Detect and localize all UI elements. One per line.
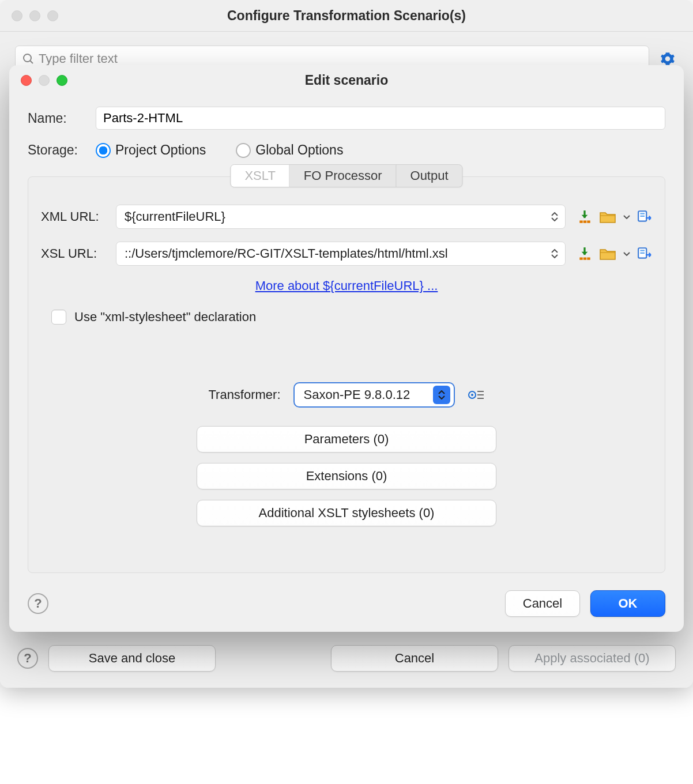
parameters-button[interactable]: Parameters (0)	[197, 426, 496, 453]
save-and-close-button[interactable]: Save and close	[48, 645, 216, 672]
advanced-options-icon[interactable]	[468, 389, 485, 401]
tab-output[interactable]: Output	[397, 165, 462, 187]
apply-associated-button[interactable]: Apply associated (0)	[509, 645, 676, 672]
radio-unselected-icon	[236, 143, 251, 158]
storage-project-radio[interactable]: Project Options	[96, 142, 206, 158]
use-xml-stylesheet-checkbox[interactable]	[51, 310, 66, 325]
xsl-url-label: XSL URL:	[41, 246, 104, 261]
outer-titlebar: Configure Transformation Scenario(s)	[0, 0, 693, 32]
extensions-button[interactable]: Extensions (0)	[197, 463, 496, 489]
outer-cancel-button[interactable]: Cancel	[331, 645, 498, 672]
transformer-select[interactable]: Saxon-PE 9.8.0.12	[293, 382, 455, 408]
use-xml-stylesheet-label: Use "xml-stylesheet" declaration	[74, 310, 256, 325]
transformer-label: Transformer:	[208, 387, 280, 402]
name-input[interactable]	[96, 107, 665, 130]
insert-variables-icon[interactable]	[577, 246, 592, 261]
xsl-url-input[interactable]: ::/Users/tjmclemore/RC-GIT/XSLT-template…	[116, 242, 566, 266]
cancel-button[interactable]: Cancel	[505, 590, 580, 617]
storage-label: Storage:	[28, 142, 85, 158]
help-button[interactable]: ?	[17, 648, 38, 669]
xml-url-label: XML URL:	[41, 209, 104, 224]
filter-placeholder: Type filter text	[39, 51, 118, 66]
xslt-panel: XSLT FO Processor Output XML URL: ${curr…	[28, 176, 665, 573]
radio-selected-icon	[96, 143, 111, 158]
ok-button[interactable]: OK	[590, 590, 665, 617]
combo-stepper-icon[interactable]	[549, 209, 560, 225]
tab-fo-processor[interactable]: FO Processor	[290, 165, 397, 187]
chevron-down-icon[interactable]	[623, 251, 630, 256]
additional-stylesheets-button[interactable]: Additional XSLT stylesheets (0)	[197, 500, 496, 526]
select-arrow-icon	[433, 386, 450, 404]
dialog-title: Edit scenario	[9, 73, 684, 88]
open-in-editor-icon[interactable]	[637, 246, 652, 261]
insert-variables-icon[interactable]	[577, 209, 592, 224]
more-about-link[interactable]: More about ${currentFileURL} ...	[255, 278, 438, 293]
dialog-titlebar: Edit scenario	[9, 65, 684, 95]
tab-xslt[interactable]: XSLT	[231, 165, 289, 187]
radio-global-label: Global Options	[255, 142, 343, 158]
storage-global-radio[interactable]: Global Options	[236, 142, 343, 158]
name-label: Name:	[28, 111, 85, 126]
open-in-editor-icon[interactable]	[637, 209, 652, 224]
folder-icon[interactable]	[599, 247, 616, 261]
combo-stepper-icon[interactable]	[549, 246, 560, 262]
xml-url-input[interactable]: ${currentFileURL}	[116, 205, 566, 229]
search-icon	[21, 52, 35, 66]
outer-footer: ? Save and close Cancel Apply associated…	[15, 645, 678, 672]
dialog-footer: ? Cancel OK	[28, 590, 665, 617]
radio-project-label: Project Options	[115, 142, 206, 158]
help-button[interactable]: ?	[28, 593, 48, 614]
xsl-url-value: ::/Users/tjmclemore/RC-GIT/XSLT-template…	[125, 246, 549, 261]
gear-icon	[660, 51, 675, 66]
transformer-value: Saxon-PE 9.8.0.12	[304, 387, 410, 402]
edit-scenario-dialog: Edit scenario Name: Storage: Project Opt…	[9, 65, 684, 632]
chevron-down-icon[interactable]	[623, 214, 630, 219]
folder-icon[interactable]	[599, 210, 616, 224]
xml-url-value: ${currentFileURL}	[125, 209, 549, 224]
tab-bar: XSLT FO Processor Output	[230, 164, 462, 187]
outer-window-title: Configure Transformation Scenario(s)	[0, 8, 693, 24]
